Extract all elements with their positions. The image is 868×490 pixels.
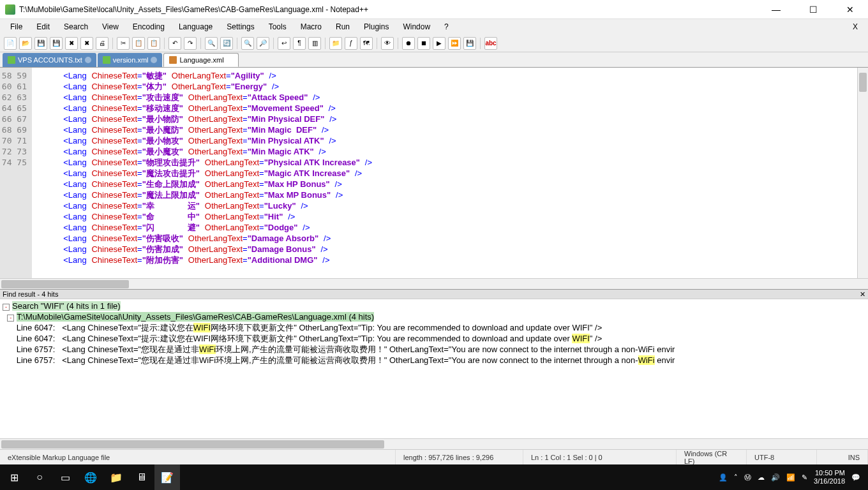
tabbar: VPS ACCOUNTS.txt version.xml Language.xm… [0, 52, 868, 68]
menu-window[interactable]: Window [396, 21, 437, 33]
system-tray: 👤 ˄ Ⓜ ☁ 🔊 📶 ✎ 10:50 PM3/16/2018 💬 [712, 469, 867, 486]
tray-m-icon[interactable]: Ⓜ [744, 473, 751, 482]
show-all-chars-icon[interactable]: ¶ [293, 37, 306, 50]
file-icon [8, 56, 15, 64]
save-macro-icon[interactable]: 💾 [463, 37, 476, 50]
undo-icon[interactable]: ↶ [168, 37, 181, 50]
menubar: File Edit Search View Encoding Language … [0, 19, 868, 34]
menu-settings[interactable]: Settings [220, 21, 260, 33]
notepadpp-icon[interactable]: 📝 [154, 464, 180, 490]
vertical-scrollbar[interactable] [857, 68, 868, 278]
explorer-icon[interactable]: 📁 [103, 464, 129, 490]
task-view-icon[interactable]: ▭ [52, 464, 78, 490]
chrome-icon[interactable]: 🌐 [78, 464, 103, 490]
menu-encoding[interactable]: Encoding [126, 21, 171, 33]
taskbar: ⊞ ○ ▭ 🌐 📁 🖥 📝 👤 ˄ Ⓜ ☁ 🔊 📶 ✎ 10:50 PM3/16… [0, 464, 868, 490]
tab-vps-accounts[interactable]: VPS ACCOUNTS.txt [3, 53, 96, 67]
app-icon [5, 4, 15, 15]
save-all-icon[interactable]: 💾 [50, 37, 63, 50]
tray-network-icon[interactable]: 📶 [786, 473, 795, 482]
stop-icon[interactable]: ⏹ [417, 37, 430, 50]
menu-search[interactable]: Search [57, 21, 94, 33]
tray-pen-icon[interactable]: ✎ [802, 473, 807, 482]
app-icon[interactable]: 🖥 [129, 464, 154, 490]
copy-icon[interactable]: 📋 [132, 37, 145, 50]
statusbar: eXtensible Markup Language file length :… [0, 449, 868, 464]
tab-close-icon[interactable] [227, 57, 233, 63]
file-icon [103, 56, 110, 64]
indent-guide-icon[interactable]: ▥ [308, 37, 321, 50]
play-multi-icon[interactable]: ⏩ [448, 37, 461, 50]
close-all-icon[interactable]: ✖ [80, 37, 93, 50]
menu-view[interactable]: View [96, 21, 125, 33]
menubar-close-icon[interactable]: X [846, 21, 864, 33]
file-icon [169, 56, 177, 64]
menu-help[interactable]: ? [438, 21, 455, 33]
cortana-icon[interactable]: ○ [27, 464, 52, 490]
start-button[interactable]: ⊞ [1, 464, 27, 490]
redo-icon[interactable]: ↷ [184, 37, 197, 50]
find-close-icon[interactable]: ✕ [860, 290, 865, 299]
menu-file[interactable]: File [4, 21, 29, 33]
cut-icon[interactable]: ✂ [117, 37, 130, 50]
window-title: T:\MuMobile\GameSite\local\Unity_Assets_… [19, 5, 763, 14]
zoom-in-icon[interactable]: 🔍 [241, 37, 254, 50]
editor[interactable]: 58 59 60 61 62 63 64 65 66 67 68 69 70 7… [0, 68, 868, 278]
monitor-icon[interactable]: 👁 [381, 37, 394, 50]
close-doc-icon[interactable]: ✖ [65, 37, 78, 50]
find-icon[interactable]: 🔍 [205, 37, 218, 50]
tray-volume-icon[interactable]: 🔊 [771, 473, 780, 482]
spell-check-icon[interactable]: abc [484, 37, 497, 50]
find-horizontal-scrollbar[interactable] [0, 438, 868, 449]
menu-macro[interactable]: Macro [294, 21, 328, 33]
save-icon[interactable]: 💾 [34, 37, 47, 50]
toolbar: 📄 📂 💾 💾 ✖ ✖ 🖨 ✂ 📋 📋 ↶ ↷ 🔍 🔄 🔍 🔎 ↩ ¶ ▥ 📁 … [0, 34, 868, 52]
open-icon[interactable]: 📂 [19, 37, 32, 50]
doc-map-icon[interactable]: 🗺 [360, 37, 373, 50]
tab-language-xml[interactable]: Language.xml [163, 53, 238, 67]
status-position: Ln : 1 Col : 1 Sel : 0 | 0 [523, 450, 677, 464]
tray-clock[interactable]: 10:50 PM3/16/2018 [814, 469, 845, 486]
tray-notifications-icon[interactable]: 💬 [851, 473, 860, 482]
status-encoding: UTF-8 [747, 450, 817, 464]
tab-close-icon[interactable] [151, 57, 157, 63]
tray-people-icon[interactable]: 👤 [719, 473, 728, 482]
minimize-button[interactable]: — [763, 4, 789, 15]
menu-plugins[interactable]: Plugins [357, 21, 395, 33]
replace-icon[interactable]: 🔄 [220, 37, 233, 50]
find-result-header: Find result - 4 hits ✕ [0, 289, 868, 299]
tray-onedrive-icon[interactable]: ☁ [758, 473, 765, 482]
menu-tools[interactable]: Tools [262, 21, 293, 33]
tray-up-icon[interactable]: ˄ [734, 473, 738, 482]
status-file-type: eXtensible Markup Language file [0, 450, 396, 464]
menu-language[interactable]: Language [172, 21, 219, 33]
zoom-out-icon[interactable]: 🔎 [257, 37, 269, 50]
word-wrap-icon[interactable]: ↩ [278, 37, 290, 50]
print-icon[interactable]: 🖨 [96, 37, 108, 50]
tab-version-xml[interactable]: version.xml [98, 53, 163, 67]
record-icon[interactable]: ⏺ [402, 37, 415, 50]
status-ins: INS [817, 450, 868, 464]
code-area[interactable]: <Lang ChineseText="敏捷" OtherLangText="Ag… [32, 68, 857, 278]
find-result-panel[interactable]: -Search "WIFI" (4 hits in 1 file) -T:\Mu… [0, 299, 868, 438]
folder-view-icon[interactable]: 📁 [329, 37, 342, 50]
maximize-button[interactable]: ☐ [800, 4, 826, 15]
menu-run[interactable]: Run [329, 21, 356, 33]
play-icon[interactable]: ▶ [433, 37, 445, 50]
tab-close-icon[interactable] [85, 57, 91, 63]
function-list-icon[interactable]: ƒ [345, 37, 357, 50]
status-eol: Windows (CR LF) [677, 450, 747, 464]
horizontal-scrollbar[interactable] [0, 278, 868, 289]
titlebar: T:\MuMobile\GameSite\local\Unity_Assets_… [0, 0, 868, 19]
status-length: length : 957,726 lines : 9,296 [396, 450, 523, 464]
paste-icon[interactable]: 📋 [147, 37, 160, 50]
new-icon[interactable]: 📄 [4, 37, 17, 50]
menu-edit[interactable]: Edit [30, 21, 56, 33]
close-button[interactable]: ✕ [837, 4, 863, 15]
line-gutter: 58 59 60 61 62 63 64 65 66 67 68 69 70 7… [0, 68, 32, 278]
